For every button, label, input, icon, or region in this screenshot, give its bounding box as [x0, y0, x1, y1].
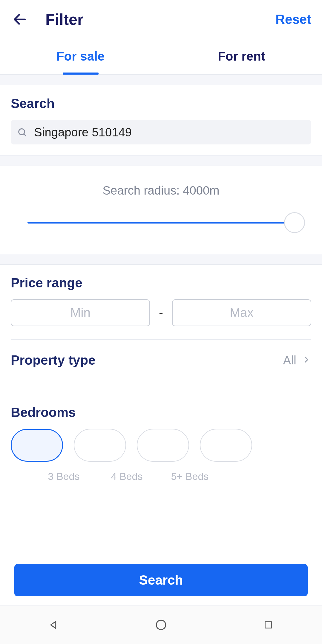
svg-point-4 — [156, 620, 166, 630]
bedrooms-title: Bedrooms — [11, 405, 311, 420]
search-input[interactable]: Singapore 510149 — [11, 120, 311, 144]
slider-track — [27, 222, 295, 224]
bedroom-label: 4 Beds — [101, 471, 153, 482]
svg-marker-3 — [51, 621, 56, 628]
property-type-value: All — [283, 354, 296, 367]
bedroom-label: 3 Beds — [38, 471, 90, 482]
reset-button[interactable]: Reset — [275, 12, 311, 27]
price-max-input[interactable]: Max — [172, 299, 311, 326]
section-divider — [0, 75, 322, 85]
divider — [11, 381, 311, 381]
bedroom-label: 5+ Beds — [164, 471, 216, 482]
svg-point-1 — [19, 129, 25, 135]
svg-rect-5 — [265, 622, 272, 628]
arrow-left-icon — [12, 12, 27, 27]
search-button[interactable]: Search — [14, 564, 308, 596]
back-button[interactable] — [11, 10, 29, 28]
price-range-title: Price range — [11, 275, 311, 290]
property-type-row[interactable]: Property type All — [11, 353, 311, 368]
search-icon — [17, 127, 27, 138]
bedroom-option[interactable] — [200, 429, 252, 462]
price-dash: - — [159, 306, 163, 320]
tab-for-sale[interactable]: For sale — [0, 39, 161, 74]
triangle-back-icon — [48, 619, 60, 631]
divider — [11, 339, 311, 340]
bedroom-option-selected[interactable] — [11, 429, 63, 462]
nav-home-button[interactable] — [154, 617, 168, 632]
search-section-title: Search — [11, 96, 311, 111]
radius-label: Search radius: 4000m — [11, 184, 311, 197]
slider-thumb[interactable] — [284, 212, 305, 233]
svg-line-2 — [24, 134, 26, 136]
nav-recent-button[interactable] — [261, 617, 276, 632]
property-type-label: Property type — [11, 353, 96, 368]
bedroom-option[interactable] — [137, 429, 189, 462]
chevron-right-icon — [302, 355, 311, 366]
nav-back-button[interactable] — [46, 617, 61, 632]
page-title: Filter — [45, 10, 83, 28]
bedroom-option[interactable] — [74, 429, 126, 462]
price-min-input[interactable]: Min — [11, 299, 150, 326]
search-input-value: Singapore 510149 — [34, 126, 132, 139]
section-divider — [0, 155, 322, 166]
tab-for-rent[interactable]: For rent — [161, 39, 322, 74]
radius-slider[interactable] — [27, 212, 295, 233]
square-recent-icon — [263, 620, 274, 630]
section-divider — [0, 254, 322, 265]
circle-home-icon — [155, 619, 167, 631]
